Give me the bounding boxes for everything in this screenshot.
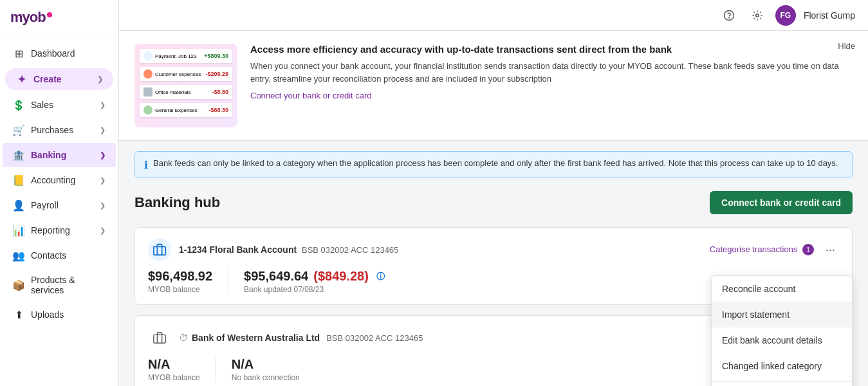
- floral-bank-amount: $95,649.64 ($849.28) ⓘ: [244, 269, 385, 284]
- categorise-transactions-link[interactable]: Categorise transactions 1: [710, 244, 814, 255]
- main-wrap: FG Florist Gump Payment: Job 123 +$809.3…: [119, 0, 868, 386]
- sidebar-item-reporting[interactable]: 📊 Reporting ❯: [3, 218, 116, 243]
- dropdown-item-import[interactable]: Import statement: [712, 302, 852, 327]
- dropdown-item-change-linked[interactable]: Changed linked category: [712, 353, 852, 379]
- bank-diff-info-icon[interactable]: ⓘ: [376, 271, 385, 282]
- sidebar-item-create[interactable]: ✦ Create ❯: [5, 68, 113, 90]
- brand-logo: myob: [0, 0, 118, 35]
- wa-myob-balance: N/A MYOB balance: [148, 357, 216, 382]
- floral-myob-label: MYOB balance: [148, 285, 212, 294]
- user-name: Florist Gump: [804, 10, 855, 21]
- promo-image: Payment: Job 123 +$809.30 Customer expen…: [134, 44, 237, 127]
- sidebar-label-dashboard: Dashboard: [31, 48, 75, 59]
- main-content: Payment: Job 123 +$809.30 Customer expen…: [119, 31, 868, 386]
- sidebar-label-reporting: Reporting: [31, 225, 70, 235]
- help-icon-btn[interactable]: [719, 5, 739, 26]
- sidebar-label-sales: Sales: [31, 100, 53, 110]
- svg-rect-3: [154, 246, 165, 255]
- floral-more-btn[interactable]: ···: [822, 242, 839, 258]
- sidebar-item-payroll[interactable]: 👤 Payroll ❯: [3, 193, 116, 217]
- reporting-icon: 📊: [13, 225, 24, 236]
- promo-banner: Payment: Job 123 +$809.30 Customer expen…: [119, 31, 868, 141]
- payroll-icon: 👤: [13, 199, 24, 211]
- floral-myob-balance: $96,498.92 MYOB balance: [148, 269, 228, 294]
- promo-text: Access more efficiency and accuracy with…: [250, 44, 853, 100]
- wa-bank-balance: N/A No bank connection: [232, 357, 315, 382]
- sidebar-label-banking: Banking: [31, 150, 66, 160]
- floral-myob-amount: $96,498.92: [148, 269, 212, 284]
- promo-body: When you connect your bank account, your…: [250, 60, 853, 85]
- info-banner-text: Bank feeds can only be linked to a categ…: [153, 158, 838, 168]
- info-banner: ℹ Bank feeds can only be linked to a cat…: [134, 151, 853, 178]
- sidebar-item-sales[interactable]: 💲 Sales ❯: [3, 93, 116, 117]
- floral-account-name: 1-1234 Floral Bank Account: [179, 244, 297, 255]
- sidebar-label-create: Create: [33, 74, 62, 84]
- accounting-icon: 📒: [13, 174, 24, 186]
- create-arrow: ❯: [97, 75, 103, 84]
- sidebar: myob ⊞ Dashboard ✦ Create ❯ 💲 Sales ❯ 🛒 …: [0, 0, 119, 386]
- floral-bank-diff: ($849.28): [313, 269, 369, 284]
- floral-account-actions: Categorise transactions 1 ···: [710, 242, 839, 258]
- floral-account-bsb: BSB 032002 ACC 123465: [302, 245, 398, 255]
- sales-arrow: ❯: [100, 101, 106, 109]
- create-icon: ✦: [15, 73, 27, 85]
- wa-balance-divider: [216, 357, 216, 382]
- sidebar-item-contacts[interactable]: 👥 Contacts: [3, 243, 116, 268]
- sidebar-nav: ⊞ Dashboard ✦ Create ❯ 💲 Sales ❯ 🛒 Purch…: [0, 35, 118, 386]
- uploads-icon: ⬆: [13, 309, 24, 320]
- promo-hide-btn[interactable]: Hide: [838, 41, 855, 51]
- sidebar-item-banking[interactable]: 🏦 Banking ❯: [3, 143, 116, 167]
- promo-card-1: Customer expenses -$209.29: [140, 67, 232, 81]
- contacts-icon: 👥: [13, 250, 24, 261]
- dropdown-item-edit-bank[interactable]: Edit bank account details: [712, 327, 852, 353]
- connect-bank-btn[interactable]: Connect bank or credit card: [710, 191, 853, 214]
- topbar: FG Florist Gump: [119, 0, 868, 31]
- promo-card-3: General Expenses -$68.30: [140, 103, 232, 117]
- floral-bank-balance: $95,649.64 ($849.28) ⓘ Bank updated 07/0…: [244, 269, 400, 294]
- floral-bank-icon: [148, 238, 171, 261]
- wa-bank-icon: [148, 326, 171, 349]
- sidebar-label-uploads: Uploads: [31, 309, 64, 320]
- floral-bank-label: Bank updated 07/08/23: [244, 285, 385, 294]
- payroll-arrow: ❯: [100, 201, 106, 210]
- wa-bank-amount: N/A: [232, 357, 300, 372]
- sidebar-item-accounting[interactable]: 📒 Accounting ❯: [3, 168, 116, 192]
- products-icon: 📦: [13, 279, 24, 291]
- purchases-arrow: ❯: [100, 126, 106, 134]
- dropdown-item-reconcile[interactable]: Reconcile account: [712, 276, 852, 302]
- svg-rect-4: [154, 335, 165, 343]
- account-card-header-floral: 1-1234 Floral Bank Account BSB 032002 AC…: [148, 238, 839, 261]
- dropdown-divider: [712, 381, 852, 382]
- sidebar-label-products: Products & services: [31, 275, 106, 295]
- promo-card-2: Office materials -$8.80: [140, 85, 232, 99]
- banking-hub-header: Banking hub Connect bank or credit card: [134, 191, 853, 214]
- sidebar-item-products-services[interactable]: 📦 Products & services: [3, 268, 116, 302]
- wa-myob-label: MYOB balance: [148, 373, 200, 382]
- sidebar-item-dashboard[interactable]: ⊞ Dashboard: [3, 41, 116, 66]
- purchases-icon: 🛒: [13, 124, 24, 136]
- logo-text: myob: [10, 9, 46, 26]
- banking-icon: 🏦: [13, 149, 24, 161]
- reporting-arrow: ❯: [100, 226, 106, 235]
- accounting-arrow: ❯: [100, 176, 106, 185]
- banking-hub-title: Banking hub: [134, 194, 220, 211]
- sidebar-label-payroll: Payroll: [31, 200, 59, 210]
- promo-title: Access more efficiency and accuracy with…: [250, 44, 853, 55]
- wa-bank-label: No bank connection: [232, 373, 300, 382]
- svg-point-2: [756, 14, 759, 17]
- logo-dot: [47, 12, 52, 17]
- info-icon: ℹ: [144, 159, 148, 171]
- dropdown-menu: Reconcile account Import statement Edit …: [711, 275, 853, 386]
- settings-icon-btn[interactable]: [747, 5, 768, 26]
- balance-divider: [228, 269, 228, 294]
- sidebar-item-uploads[interactable]: ⬆ Uploads: [3, 302, 116, 327]
- banking-arrow: ❯: [100, 151, 106, 160]
- promo-card-0: Payment: Job 123 +$809.30: [140, 49, 232, 63]
- wa-myob-amount: N/A: [148, 357, 200, 372]
- sidebar-item-purchases[interactable]: 🛒 Purchases ❯: [3, 118, 116, 142]
- categorise-badge: 1: [802, 244, 814, 255]
- promo-link[interactable]: Connect your bank or credit card: [250, 91, 372, 100]
- user-avatar[interactable]: FG: [775, 5, 796, 26]
- sidebar-label-accounting: Accounting: [31, 175, 75, 185]
- sidebar-label-contacts: Contacts: [31, 250, 66, 261]
